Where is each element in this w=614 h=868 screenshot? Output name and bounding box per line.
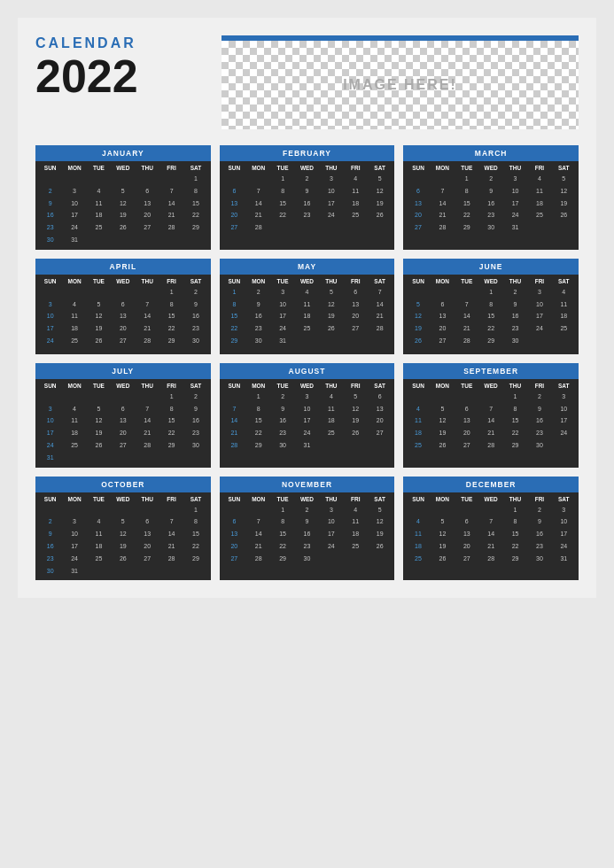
day-cell: 21 [246, 540, 270, 553]
day-cell: 20 [111, 427, 135, 439]
day-cell [406, 391, 430, 403]
day-header: SUN [406, 494, 430, 504]
day-cell: 7 [159, 185, 183, 198]
day-cell: 16 [295, 198, 319, 210]
day-cell: 20 [368, 415, 392, 427]
day-cell [38, 347, 62, 351]
day-cell [222, 347, 246, 351]
day-cell: 26 [431, 553, 455, 565]
day-cell: 7 [136, 403, 159, 415]
day-cell [431, 504, 455, 516]
day-header: MON [62, 163, 86, 173]
day-cell [87, 452, 111, 464]
day-cell: 8 [246, 403, 270, 415]
day-cell: 31 [38, 452, 62, 464]
day-cell: 23 [38, 553, 62, 565]
day-header: WED [478, 276, 502, 286]
day-cell: 9 [38, 198, 62, 210]
day-cell: 27 [136, 553, 159, 565]
day-cell: 14 [431, 198, 455, 210]
day-cell: 15 [503, 415, 527, 427]
day-cell: 27 [222, 553, 246, 565]
day-header: SAT [183, 163, 207, 173]
day-cell: 12 [344, 403, 368, 415]
day-cell: 24 [552, 540, 576, 553]
day-cell: 26 [431, 439, 455, 452]
day-cell: 5 [344, 391, 368, 403]
day-cell: 3 [552, 504, 576, 516]
month-header: AUGUST [220, 363, 395, 379]
day-cell: 23 [527, 540, 551, 553]
month-grid: SUNMONTUEWEDTHUFRISAT1234567891011121314… [403, 379, 579, 459]
day-cell: 6 [431, 298, 455, 311]
day-cell: 20 [222, 209, 246, 221]
day-cell: 1 [183, 173, 207, 185]
day-header: FRI [527, 381, 551, 391]
day-header: SAT [183, 276, 207, 286]
day-header: TUE [270, 276, 294, 286]
day-cell [270, 565, 294, 569]
day-cell: 7 [159, 515, 183, 528]
day-cell: 24 [552, 427, 576, 439]
month-header: FEBRUARY [220, 145, 395, 161]
day-cell: 14 [136, 310, 159, 322]
day-cell: 31 [62, 565, 86, 577]
day-cell: 25 [62, 335, 86, 347]
day-header: TUE [455, 163, 478, 173]
day-cell [111, 391, 135, 403]
day-cell [406, 173, 430, 185]
month-grid: SUNMONTUEWEDTHUFRISAT1234567891011121314… [220, 275, 395, 354]
day-cell: 21 [368, 310, 392, 322]
day-cell: 5 [111, 515, 135, 528]
day-header: WED [295, 381, 319, 391]
day-cell [136, 391, 159, 403]
day-cell: 10 [38, 310, 62, 322]
day-cell: 22 [183, 540, 207, 553]
day-header: THU [503, 494, 527, 504]
day-cell: 9 [295, 185, 319, 198]
day-cell [159, 565, 183, 577]
day-cell [455, 234, 478, 237]
day-cell: 14 [136, 415, 159, 427]
month-grid: SUNMONTUEWEDTHUFRISAT1234567891011121314… [220, 379, 395, 459]
day-cell: 28 [136, 439, 159, 452]
day-cell: 4 [87, 185, 111, 198]
day-cell [319, 221, 343, 234]
day-cell: 6 [222, 515, 246, 528]
day-cell: 12 [111, 528, 135, 540]
day-cell [111, 286, 135, 298]
day-cell [406, 565, 430, 569]
day-cell [455, 452, 478, 455]
day-cell: 9 [246, 298, 270, 311]
month-grid: SUNMONTUEWEDTHUFRISAT1234567891011121314… [35, 161, 211, 250]
day-cell [368, 347, 392, 351]
day-cell: 29 [478, 335, 502, 347]
day-cell: 27 [111, 335, 135, 347]
day-cell: 8 [183, 185, 207, 198]
day-header: WED [478, 494, 502, 504]
day-cell: 3 [38, 298, 62, 311]
day-cell: 17 [295, 415, 319, 427]
day-cell: 12 [431, 528, 455, 540]
day-cell: 17 [62, 540, 86, 553]
month-header: NOVEMBER [220, 477, 395, 492]
day-cell: 16 [38, 209, 62, 221]
day-header: FRI [344, 163, 368, 173]
day-cell: 22 [478, 322, 502, 335]
day-cell: 4 [344, 173, 368, 185]
day-cell: 3 [270, 286, 294, 298]
month-header: JUNE [403, 259, 579, 275]
day-cell [319, 347, 343, 351]
day-cell: 3 [319, 504, 343, 516]
day-cell: 13 [111, 415, 135, 427]
day-cell [368, 553, 392, 565]
day-cell: 25 [344, 540, 368, 553]
day-cell: 17 [503, 198, 527, 210]
day-header: SUN [38, 163, 62, 173]
day-cell [62, 286, 86, 298]
day-cell: 11 [344, 515, 368, 528]
day-cell [527, 221, 551, 234]
day-cell: 5 [319, 286, 343, 298]
day-cell: 13 [222, 528, 246, 540]
day-cell [222, 452, 246, 455]
